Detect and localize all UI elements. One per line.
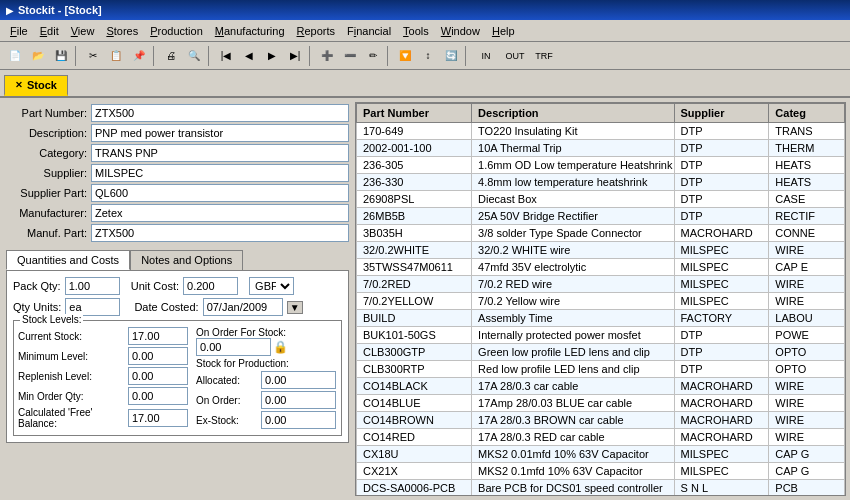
cell-part-number: 170-649 [357, 123, 472, 140]
cell-supplier: MILSPEC [674, 259, 769, 276]
date-cost-input[interactable] [203, 298, 283, 316]
tab-notes[interactable]: Notes and Options [130, 250, 243, 270]
unit-cost-input[interactable] [183, 277, 238, 295]
currency-select[interactable]: GBPUSDEUR [249, 277, 294, 295]
right-panel: Part Number Description Supplier Categ 1… [355, 102, 846, 496]
tb-print[interactable]: 🖨 [160, 45, 182, 67]
menu-manufacturing[interactable]: Manufacturing [209, 23, 291, 39]
on-order-input[interactable] [261, 391, 336, 409]
cell-category: OPTO [769, 344, 845, 361]
tb-stock-out[interactable]: OUT [501, 45, 529, 67]
menu-edit[interactable]: Edit [34, 23, 65, 39]
tab-close-icon[interactable]: ✕ [15, 80, 23, 90]
ex-stock-input[interactable] [261, 411, 336, 429]
tb-first[interactable]: |◀ [215, 45, 237, 67]
cell-part-number: CO14BROWN [357, 412, 472, 429]
min-order-input[interactable] [128, 387, 188, 405]
tb-save[interactable]: 💾 [50, 45, 72, 67]
table-row[interactable]: 7/0.2YELLOW 7/0.2 Yellow wire MILSPEC WI… [357, 293, 845, 310]
supplier-input[interactable] [91, 164, 349, 182]
tb-filter[interactable]: 🔽 [394, 45, 416, 67]
tb-open[interactable]: 📂 [27, 45, 49, 67]
manuf-part-input[interactable] [91, 224, 349, 242]
col-header-supplier[interactable]: Supplier [674, 104, 769, 123]
menu-reports[interactable]: Reports [291, 23, 342, 39]
tb-refresh[interactable]: 🔄 [440, 45, 462, 67]
min-order-label: Min Order Qty: [18, 391, 128, 402]
table-scroll[interactable]: Part Number Description Supplier Categ 1… [356, 103, 845, 495]
table-row[interactable]: 2002-001-100 10A Thermal Trip DTP THERM [357, 140, 845, 157]
menu-production[interactable]: Production [144, 23, 209, 39]
table-row[interactable]: BUILD Assembly Time FACTORY LABOU [357, 310, 845, 327]
calc-free-input[interactable] [128, 409, 188, 427]
part-number-input[interactable] [91, 104, 349, 122]
tab-stock[interactable]: ✕ Stock [4, 75, 68, 96]
menu-window[interactable]: Window [435, 23, 486, 39]
tab-quantities[interactable]: Quantities and Costs [6, 250, 130, 270]
table-row[interactable]: 3B035H 3/8 solder Type Spade Connector M… [357, 225, 845, 242]
table-row[interactable]: 26MB5B 25A 50V Bridge Rectifier DTP RECT… [357, 208, 845, 225]
table-row[interactable]: 236-330 4.8mm low temperature heatshrink… [357, 174, 845, 191]
menu-stores[interactable]: Stores [100, 23, 144, 39]
table-row[interactable]: 7/0.2RED 7/0.2 RED wire MILSPEC WIRE [357, 276, 845, 293]
supplier-part-input[interactable] [91, 184, 349, 202]
table-row[interactable]: CLB300RTP Red low profile LED lens and c… [357, 361, 845, 378]
col-header-part[interactable]: Part Number [357, 104, 472, 123]
menu-file[interactable]: File [4, 23, 34, 39]
table-row[interactable]: 35TWSS47M0611 47mfd 35V electrolytic MIL… [357, 259, 845, 276]
table-row[interactable]: 32/0.2WHITE 32/0.2 WHITE wire MILSPEC WI… [357, 242, 845, 259]
table-row[interactable]: BUK101-50GS Internally protected power m… [357, 327, 845, 344]
table-row[interactable]: CX21X MKS2 0.1mfd 10% 63V Capacitor MILS… [357, 463, 845, 480]
lock-icon: 🔒 [273, 340, 288, 354]
table-row[interactable]: CO14BLUE 17Amp 28/0.03 BLUE car cable MA… [357, 395, 845, 412]
cell-category: RECTIF [769, 208, 845, 225]
tb-new[interactable]: 📄 [4, 45, 26, 67]
pack-qty-input[interactable] [65, 277, 120, 295]
table-row[interactable]: 236-305 1.6mm OD Low temperature Heatshr… [357, 157, 845, 174]
category-input[interactable] [91, 144, 349, 162]
cell-supplier: FACTORY [674, 310, 769, 327]
tb-next[interactable]: ▶ [261, 45, 283, 67]
tb-delete[interactable]: ➖ [339, 45, 361, 67]
on-order-stock-input[interactable] [196, 338, 271, 356]
tb-paste[interactable]: 📌 [128, 45, 150, 67]
manufacturer-input[interactable] [91, 204, 349, 222]
replenish-level-input[interactable] [128, 367, 188, 385]
col-header-category[interactable]: Categ [769, 104, 845, 123]
tb-cut[interactable]: ✂ [82, 45, 104, 67]
min-level-input[interactable] [128, 347, 188, 365]
cell-part-number: 35TWSS47M0611 [357, 259, 472, 276]
menu-help[interactable]: Help [486, 23, 521, 39]
tb-sort[interactable]: ↕ [417, 45, 439, 67]
current-stock-input[interactable] [128, 327, 188, 345]
tb-add[interactable]: ➕ [316, 45, 338, 67]
menu-view[interactable]: View [65, 23, 101, 39]
tb-prev[interactable]: ◀ [238, 45, 260, 67]
tb-edit[interactable]: ✏ [362, 45, 384, 67]
stock-production-group: Stock for Production: [196, 358, 336, 369]
table-row[interactable]: CO14BLACK 17A 28/0.3 car cable MACROHARD… [357, 378, 845, 395]
tab-quantities-label: Quantities and Costs [17, 254, 119, 266]
table-row[interactable]: DCS-SA0006-PCB Bare PCB for DCS01 speed … [357, 480, 845, 496]
inner-tabs: Quantities and Costs Notes and Options [6, 250, 349, 270]
table-row[interactable]: CX18U MKS2 0.01mfd 10% 63V Capacitor MIL… [357, 446, 845, 463]
allocated-input[interactable] [261, 371, 336, 389]
tb-transfer[interactable]: TRF [530, 45, 558, 67]
tb-copy[interactable]: 📋 [105, 45, 127, 67]
replenish-level-label: Replenish Level: [18, 371, 128, 382]
col-header-desc[interactable]: Description [472, 104, 674, 123]
menu-financial[interactable]: Financial [341, 23, 397, 39]
description-input[interactable] [91, 124, 349, 142]
table-row[interactable]: CO14RED 17A 28/0.3 RED car cable MACROHA… [357, 429, 845, 446]
tb-preview[interactable]: 🔍 [183, 45, 205, 67]
tb-last[interactable]: ▶| [284, 45, 306, 67]
table-row[interactable]: CLB300GTP Green low profile LED lens and… [357, 344, 845, 361]
table-row[interactable]: CO14BROWN 17A 28/0.3 BROWN car cable MAC… [357, 412, 845, 429]
table-row[interactable]: 26908PSL Diecast Box DTP CASE [357, 191, 845, 208]
tab-stock-label: Stock [27, 79, 57, 91]
calendar-button[interactable]: ▼ [287, 301, 303, 314]
tb-stock-in[interactable]: IN [472, 45, 500, 67]
menu-tools[interactable]: Tools [397, 23, 435, 39]
table-row[interactable]: 170-649 TO220 Insulating Kit DTP TRANS [357, 123, 845, 140]
cell-description: 47mfd 35V electrolytic [472, 259, 674, 276]
